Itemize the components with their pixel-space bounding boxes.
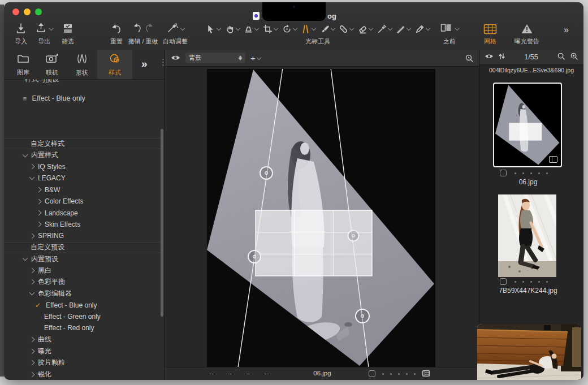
eye-icon[interactable] xyxy=(485,53,494,61)
add-layer-button[interactable]: + xyxy=(250,53,261,63)
sort-icon[interactable] xyxy=(498,53,505,62)
tree-item-内置预设[interactable]: 内置预设 xyxy=(4,253,165,265)
rating-dots[interactable] xyxy=(382,373,416,375)
chevron-down-icon[interactable] xyxy=(23,256,28,261)
tree-item-spring[interactable]: SPRING xyxy=(4,230,165,241)
pen-tool-button[interactable] xyxy=(415,24,430,34)
rating-dot[interactable] xyxy=(406,373,408,375)
keystone-handle-1[interactable] xyxy=(260,167,273,179)
chevron-right-icon[interactable] xyxy=(29,371,35,377)
rating-dot[interactable] xyxy=(382,373,384,375)
rating-dots[interactable] xyxy=(514,172,548,174)
rating-dot[interactable] xyxy=(546,172,548,174)
chevron-right-icon[interactable] xyxy=(29,279,35,285)
tree-item-色彩平衡[interactable]: 色彩平衡 xyxy=(4,276,165,288)
tree-item-自定义预设[interactable]: 自定义预设 xyxy=(4,242,165,253)
pick-checkbox[interactable] xyxy=(500,170,507,176)
rotate-tool-button[interactable] xyxy=(282,24,297,34)
thumbnail-bottom[interactable] xyxy=(477,324,581,380)
tree-item-胶片颗粒[interactable]: 胶片颗粒 xyxy=(4,357,165,368)
tree-item-effect-green-only[interactable]: Effect - Green only xyxy=(4,311,165,322)
reset-button[interactable]: 重置 xyxy=(110,22,123,46)
chevron-right-icon[interactable] xyxy=(36,187,42,193)
tab-shapes[interactable]: 形状 xyxy=(66,50,98,79)
zoom-window-button[interactable] xyxy=(35,8,42,15)
search-icon[interactable] xyxy=(557,52,565,62)
layer-select[interactable]: 背景 xyxy=(185,53,245,63)
import-button[interactable]: 导入 xyxy=(15,22,27,46)
chevron-right-icon[interactable] xyxy=(36,222,42,227)
filter-loupe-icon[interactable] xyxy=(570,52,578,62)
tree-item-skin-effects[interactable]: Skin Effects xyxy=(4,219,165,230)
redo-icon[interactable] xyxy=(144,22,154,36)
tab-capture[interactable]: 联机 xyxy=(36,50,68,79)
tree-item-color-effects[interactable]: Color Effects xyxy=(4,196,165,207)
rating-dot[interactable] xyxy=(538,281,540,283)
rating-dots[interactable] xyxy=(514,281,548,283)
rating-dot[interactable] xyxy=(514,172,516,174)
rating-dot[interactable] xyxy=(398,373,400,375)
toolbar-overflow-button[interactable]: » xyxy=(564,25,568,35)
rating-dot[interactable] xyxy=(522,172,524,174)
pick-color-tool-button[interactable] xyxy=(377,24,392,34)
rating-dot[interactable] xyxy=(530,281,532,283)
tab-styles[interactable]: 样式 xyxy=(97,50,132,79)
tree-item-自定义样式[interactable]: 自定义样式 xyxy=(4,138,165,149)
tabs-expand-button[interactable]: » xyxy=(141,58,146,70)
erase-mask-tool-button[interactable] xyxy=(358,24,373,34)
thumbnail-7b59x447k244jpg[interactable] xyxy=(498,194,556,277)
chevron-right-icon[interactable] xyxy=(29,268,35,274)
eye-icon[interactable] xyxy=(171,53,180,63)
rating-dot[interactable] xyxy=(538,172,540,174)
tree-item-曝光[interactable]: 曝光 xyxy=(4,345,165,357)
fill-mask-tool-button[interactable] xyxy=(396,24,410,34)
panel-scrollbar[interactable] xyxy=(161,129,163,317)
tree-item-b-w[interactable]: B&W xyxy=(4,184,165,196)
chevron-down-icon[interactable] xyxy=(29,175,35,180)
chevron-right-icon[interactable] xyxy=(29,164,35,170)
tree-item-黑白[interactable]: 黑白 xyxy=(4,265,165,276)
chevron-right-icon[interactable] xyxy=(29,348,35,354)
heal-tool-button[interactable] xyxy=(339,24,353,34)
draw-mask-tool-button[interactable] xyxy=(320,24,335,34)
keystone-handle-2[interactable] xyxy=(348,231,359,241)
chevron-down-icon[interactable] xyxy=(23,152,28,157)
tree-item-色彩编辑器[interactable]: 色彩编辑器 xyxy=(4,288,165,299)
undo-icon[interactable] xyxy=(132,22,142,36)
chevron-right-icon[interactable] xyxy=(29,337,35,343)
chevron-right-icon[interactable] xyxy=(29,360,35,366)
pick-checkbox[interactable] xyxy=(500,278,507,285)
tree-item-effect-red-only[interactable]: Effect - Red only xyxy=(4,322,165,334)
rating-dot[interactable] xyxy=(530,172,532,174)
rating-dot[interactable] xyxy=(546,281,548,283)
tree-item-锐化[interactable]: 锐化 xyxy=(4,369,165,380)
tree-item-iq-styles[interactable]: IQ Styles xyxy=(4,161,165,172)
filter-button[interactable]: 筛选 xyxy=(62,22,74,46)
document-proxy-icon[interactable] xyxy=(253,12,260,20)
grid-toggle-button[interactable]: 网格 xyxy=(483,22,497,46)
undo-redo-button[interactable]: 撤销 / 重做 xyxy=(128,22,158,46)
auto-adjust-button[interactable]: 自动调整 xyxy=(163,22,188,46)
rating-dot[interactable] xyxy=(514,281,516,283)
crop-overlay[interactable] xyxy=(256,210,372,276)
keystone-handle-4[interactable] xyxy=(356,309,369,323)
thumbnail-06jpg[interactable] xyxy=(493,83,562,167)
chevron-right-icon[interactable] xyxy=(36,198,42,204)
tree-item-曲线[interactable]: 曲线 xyxy=(4,334,165,345)
select-tool-button[interactable] xyxy=(206,24,220,34)
chevron-down-icon[interactable] xyxy=(29,290,35,296)
export-button[interactable]: 导出 xyxy=(36,22,53,46)
before-after-button[interactable]: 之前 xyxy=(440,22,459,46)
tab-library[interactable]: 图库 xyxy=(7,50,39,79)
keystone-tool-button[interactable] xyxy=(301,24,315,34)
crop-tool-button[interactable] xyxy=(263,24,278,34)
variants-grid-icon[interactable] xyxy=(422,370,430,378)
rating-dot[interactable] xyxy=(390,373,392,375)
chevron-right-icon[interactable] xyxy=(36,210,42,216)
drag-handle-icon[interactable]: ≡ xyxy=(23,94,27,103)
rating-dot[interactable] xyxy=(522,281,524,283)
keystone-handle-3[interactable] xyxy=(248,250,261,263)
close-window-button[interactable] xyxy=(12,8,19,15)
applied-style-row[interactable]: ≡ Effect - Blue only xyxy=(4,93,165,104)
exposure-warning-button[interactable]: 曝光警告 xyxy=(514,22,539,46)
